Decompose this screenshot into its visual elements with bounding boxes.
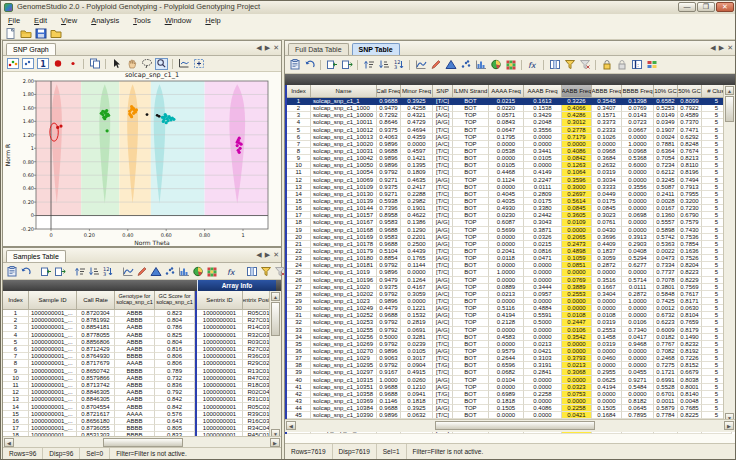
nav-prev-icon[interactable]: ◀	[256, 250, 261, 259]
table-row[interactable]: 22solcap_snp_c1_101790.51040.4439[T/C]BO…	[285, 248, 735, 255]
table-row[interactable]: 34solcap_snp_c1_102560.50000.3281[T/C]BO…	[285, 334, 735, 341]
table-row[interactable]: 40solcap_snp_c1_103151.00000.0260[A/G]TO…	[285, 376, 735, 383]
table-row[interactable]: 4solcap_snp_c1_100110.86460.4729[A/G]TOP…	[285, 119, 735, 126]
sort-123-icon[interactable]: 123	[392, 59, 405, 71]
line-chart-icon[interactable]	[414, 59, 427, 71]
save-icon[interactable]	[34, 27, 47, 39]
menu-edit[interactable]: Edit	[27, 14, 54, 27]
pan-hand-icon[interactable]	[125, 58, 138, 70]
table-row[interactable]: 27solcap_snp_c1_10200.93750.4167[A/G]TOP…	[285, 284, 735, 291]
table-row[interactable]: 2solcap_snp_c1_10000.94790.4258[T/C]BOT0…	[285, 105, 735, 112]
cursor-icon[interactable]	[110, 58, 123, 70]
column-header-gc-score-for-solcap-snp-c1[interactable]: GC Score for solcap_snp_c1	[155, 291, 195, 310]
table-row[interactable]: 39solcap_snp_c1_102970.91670.4915[T/C]BO…	[285, 369, 735, 376]
table-row[interactable]: 35solcap_snp_c1_102690.97920.0239[T/C]BO…	[285, 341, 735, 348]
table-row[interactable]: 6solcap_snp_c1_100130.40630.4359[A/G]TOP…	[285, 134, 735, 141]
paste-icon[interactable]	[6, 265, 18, 277]
columns-icon[interactable]	[548, 59, 561, 71]
scroll-thumb[interactable]	[725, 96, 734, 122]
tab-snp-graph[interactable]: SNP Graph	[6, 43, 56, 55]
table-row[interactable]: 43solcap_snp_c1_103690.11460.1818[T/C]BO…	[285, 398, 735, 405]
table-row[interactable]: 28solcap_snp_c1_102020.97920.3059[A/C]TO…	[285, 291, 735, 298]
menu-file[interactable]: File	[1, 14, 27, 27]
sort-asc-icon[interactable]	[362, 59, 375, 71]
table-row[interactable]: 151000000001_...0.8721617AAAA0.576100000…	[3, 411, 281, 418]
open-folder-icon[interactable]	[19, 27, 32, 39]
filter-clear-icon[interactable]	[578, 59, 591, 71]
table-row[interactable]: 21000000001_...0.8781992ABBB0.8041000000…	[3, 317, 281, 324]
nav-next-icon[interactable]: ▶	[265, 43, 270, 52]
import-icon[interactable]	[325, 59, 338, 71]
table-row[interactable]: 24solcap_snp_c1_101810.97920.1144[T/C]BO…	[285, 262, 735, 269]
column-header-sample-id[interactable]: Sample ID	[29, 291, 77, 310]
table-row[interactable]: 37solcap_snp_c1_10290.90630.3017[T/C]BOT…	[285, 355, 735, 362]
table-row[interactable]: 38solcap_snp_c1_102950.97920.0904[T/G]BO…	[285, 362, 735, 369]
column-header-aaab-freq[interactable]: AAAB Freq	[524, 85, 562, 98]
freeze-icon[interactable]: :	[630, 59, 643, 71]
scatter-single-icon[interactable]	[21, 58, 34, 70]
pencil-icon[interactable]	[136, 265, 148, 277]
heatmap-icon[interactable]	[206, 265, 218, 277]
axis-x-icon[interactable]	[177, 58, 190, 70]
restore-button[interactable]: ❐	[697, 2, 715, 12]
table-row[interactable]: 42solcap_snp_c1_103580.96880.0941[T/G]BO…	[285, 391, 735, 398]
panel-close-icon[interactable]: ✕	[727, 43, 733, 52]
pie-icon[interactable]	[192, 265, 204, 277]
column-header-10-gc[interactable]: 10% GC	[654, 85, 678, 98]
scroll-left-icon[interactable]: ◀	[286, 421, 296, 430]
zoom-icon[interactable]	[155, 58, 168, 70]
scatter-multi-icon[interactable]	[6, 58, 19, 70]
triangle-icon[interactable]	[150, 265, 162, 277]
column-header-50-gc[interactable]: 50% GC	[678, 85, 702, 98]
column-header-genotype-for-solcap-snp-c1[interactable]: Genotype for solcap_snp_c1	[115, 291, 155, 310]
snp-vertical-scrollbar[interactable]: ▲ ▼	[723, 85, 735, 423]
tab-snp-table[interactable]: SNP Table	[352, 43, 400, 55]
columns-icon[interactable]	[246, 265, 258, 277]
column-header-sentrix-id[interactable]: Sentrix ID	[197, 291, 243, 310]
table-row[interactable]: 171000000001_...0.8736055BBBB0.805100000…	[3, 425, 281, 432]
minimize-button[interactable]: —	[678, 2, 696, 12]
table-row[interactable]: 1solcap_snp_c1_10.96880.3925[T/C]BOT0.02…	[285, 98, 735, 105]
panel-close-icon[interactable]: ✕	[273, 43, 279, 52]
scroll-up-icon[interactable]: ▲	[725, 86, 734, 95]
scroll-thumb[interactable]	[435, 421, 595, 430]
nav-next-icon[interactable]: ▶	[719, 43, 724, 52]
table-row[interactable]: 31solcap_snp_c1_102520.96880.1532[A/G]TO…	[285, 312, 735, 319]
scroll-left-icon[interactable]: ◀	[4, 438, 14, 447]
table-row[interactable]: 26solcap_snp_c1_101960.94790.1264[A/G]TO…	[285, 277, 735, 284]
fit-icon[interactable]	[192, 58, 205, 70]
table-row[interactable]: 10solcap_snp_c1_100500.98960.1395[T/C]BO…	[285, 162, 735, 169]
panel-close-icon[interactable]: ✕	[273, 250, 279, 259]
table-row[interactable]: 111000000001_...0.8713742ABBB0.836100000…	[3, 382, 281, 389]
filter-icon[interactable]	[563, 59, 576, 71]
undo-icon[interactable]	[20, 265, 32, 277]
snp-horizontal-scrollbar[interactable]: ◀ ▶	[285, 419, 735, 432]
table-row[interactable]: 61000000001_...0.8712429AABB0.8161000000…	[3, 346, 281, 353]
column-header-bbbb-freq[interactable]: BBBB Freq	[622, 85, 654, 98]
column-header-aabb-freq[interactable]: AABB Freq	[562, 85, 592, 98]
heatmap-icon[interactable]	[504, 59, 517, 71]
table-row[interactable]: 41solcap_snp_c1_103510.96880.1210[A/G]TO…	[285, 384, 735, 391]
scatter-blue-icon[interactable]	[459, 59, 472, 71]
lock-2-icon[interactable]	[615, 59, 628, 71]
column-header-abbb-freq[interactable]: ABBB Freq	[592, 85, 622, 98]
histogram-icon[interactable]	[178, 265, 190, 277]
dot-large-icon[interactable]	[51, 58, 64, 70]
table-row[interactable]: 81000000001_...0.8717679AAAB0.8061000000…	[3, 360, 281, 367]
table-row[interactable]: 30solcap_snp_c1_102490.44790.1221[A/G]TO…	[285, 305, 735, 312]
menu-tools[interactable]: Tools	[126, 14, 158, 27]
filter-icon[interactable]	[260, 265, 272, 277]
table-row[interactable]: 121000000001_...0.8846305AABB0.792100000…	[3, 389, 281, 396]
dot-small-icon[interactable]	[66, 58, 79, 70]
table-row[interactable]: 32solcap_snp_c1_102530.97920.2819[A/C]TO…	[285, 319, 735, 326]
table-row[interactable]: 41000000001_...0.8778055AABB0.8251000000…	[3, 332, 281, 339]
table-row[interactable]: 9solcap_snp_c1_100420.98960.1421[T/C]BOT…	[285, 155, 735, 162]
column-header-snp[interactable]: SNP	[433, 85, 453, 98]
nav-prev-icon[interactable]: ◀	[710, 43, 715, 52]
table-row[interactable]: 11000000001_...0.8720304ABBB0.8231000000…	[3, 310, 281, 317]
lock-icon[interactable]	[600, 59, 613, 71]
table-row[interactable]: 71000000001_...0.8764930BBBB0.8061000000…	[3, 353, 281, 360]
table-row[interactable]: 131000000001_...0.8846305AABB0.842100000…	[3, 396, 281, 403]
import-icon[interactable]	[40, 265, 52, 277]
table-row[interactable]: 29solcap_snp_c1_10230.98960.0000[T/C]BOT…	[285, 298, 735, 305]
